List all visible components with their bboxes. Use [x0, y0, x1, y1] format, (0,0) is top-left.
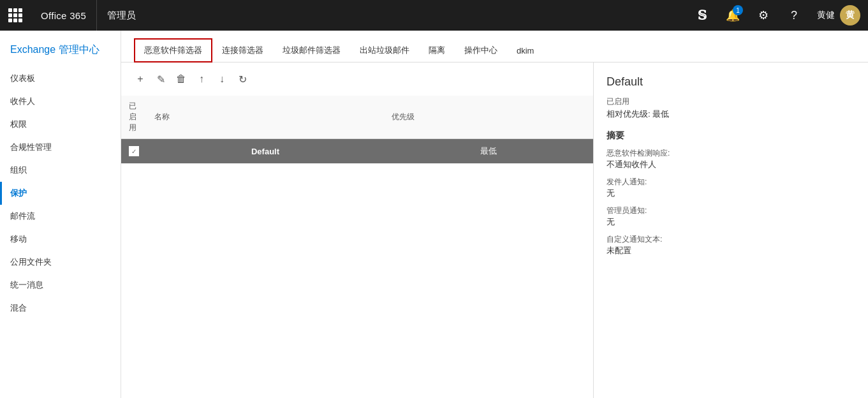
col-priority: 优先级: [384, 96, 593, 139]
tab-malware[interactable]: 恶意软件筛选器: [134, 38, 212, 63]
tab-outboundspam[interactable]: 出站垃圾邮件: [350, 39, 419, 62]
checkbox-checked-icon: ✓: [129, 146, 139, 156]
detail-summary-title: 摘要: [607, 130, 855, 142]
sidebar-item-publicfolders[interactable]: 公用文件夹: [0, 251, 121, 274]
user-name: 黄健: [817, 10, 835, 21]
skype-button[interactable]: 𝕊: [687, 0, 717, 31]
sidebar: Exchange 管理中心 仪表板 收件人 权限 合规性管理 组织 保护 邮件流…: [0, 31, 121, 398]
detail-custom-text-label: 自定义通知文本:: [607, 234, 855, 245]
waffle-menu-button[interactable]: [0, 0, 31, 31]
sidebar-item-protection[interactable]: 保护: [0, 182, 121, 205]
detail-malware-response: 恶意软件检测响应: 不通知收件人: [607, 148, 855, 170]
detail-admin-notify-value: 无: [607, 216, 855, 228]
user-menu[interactable]: 黄健 黄: [809, 0, 868, 31]
move-up-button[interactable]: ↑: [193, 70, 210, 88]
delete-button[interactable]: 🗑: [172, 70, 190, 88]
main-content: 恶意软件筛选器 连接筛选器 垃圾邮件筛选器 出站垃圾邮件 隔离 操作中心 dki…: [121, 31, 868, 398]
table-row[interactable]: ✓ Default 最低: [121, 139, 593, 164]
toolbar: + ✎ 🗑 ↑ ↓ ↻: [121, 63, 593, 96]
tab-spam[interactable]: 垃圾邮件筛选器: [273, 39, 350, 62]
help-button[interactable]: ?: [779, 0, 809, 31]
sidebar-item-compliance[interactable]: 合规性管理: [0, 136, 121, 159]
detail-title: Default: [607, 75, 855, 89]
row-name-cell: Default: [147, 139, 384, 164]
help-icon: ?: [791, 9, 797, 22]
edit-button[interactable]: ✎: [152, 70, 170, 88]
product-name: Office 365: [31, 0, 97, 31]
settings-button[interactable]: ⚙: [748, 0, 779, 31]
row-enabled-cell: ✓: [121, 139, 147, 164]
notification-count: 1: [733, 5, 743, 15]
user-avatar: 黄: [840, 5, 860, 26]
sidebar-item-dashboard[interactable]: 仪表板: [0, 67, 121, 90]
row-priority-cell: 最低: [384, 139, 593, 164]
detail-enabled-section: 已启用 相对优先级: 最低: [607, 96, 855, 120]
refresh-button[interactable]: ↻: [233, 70, 251, 88]
add-button[interactable]: +: [131, 70, 149, 88]
detail-sender-notify-label: 发件人通知:: [607, 177, 855, 188]
sidebar-page-title: Exchange 管理中心: [0, 36, 121, 67]
detail-enabled-label: 已启用: [607, 96, 855, 107]
detail-sender-notify-value: 无: [607, 188, 855, 199]
tab-actioncenter[interactable]: 操作中心: [455, 39, 507, 62]
tab-bar: 恶意软件筛选器 连接筛选器 垃圾邮件筛选器 出站垃圾邮件 隔离 操作中心 dki…: [121, 31, 868, 63]
col-enabled: 已启用: [121, 96, 147, 139]
detail-sender-notify: 发件人通知: 无: [607, 177, 855, 199]
sidebar-item-permissions[interactable]: 权限: [0, 113, 121, 136]
detail-priority-value: 相对优先级: 最低: [607, 108, 855, 120]
sidebar-item-mailflow[interactable]: 邮件流: [0, 205, 121, 228]
waffle-icon: [8, 8, 22, 22]
tab-quarantine[interactable]: 隔离: [419, 39, 455, 62]
tab-connection[interactable]: 连接筛选器: [212, 39, 273, 62]
detail-admin-notify-label: 管理员通知:: [607, 205, 855, 216]
topbar-icons: 𝕊 🔔 1 ⚙ ?: [687, 0, 809, 31]
sidebar-item-recipients[interactable]: 收件人: [0, 90, 121, 113]
page-container: Exchange 管理中心 仪表板 收件人 权限 合规性管理 组织 保护 邮件流…: [0, 31, 868, 398]
detail-malware-response-value: 不通知收件人: [607, 159, 855, 170]
skype-icon: 𝕊: [698, 8, 707, 23]
detail-custom-text-value: 未配置: [607, 245, 855, 256]
malware-table: 已启用 名称 优先级 ✓ Default 最低: [121, 96, 593, 164]
content-area: + ✎ 🗑 ↑ ↓ ↻ 已启用 名称 优先级: [121, 63, 868, 398]
table-header-row: 已启用 名称 优先级: [121, 96, 593, 139]
col-name: 名称: [147, 96, 384, 139]
detail-custom-text: 自定义通知文本: 未配置: [607, 234, 855, 256]
sidebar-item-hybrid[interactable]: 混合: [0, 297, 121, 320]
section-name: 管理员: [97, 10, 146, 22]
topbar: Office 365 管理员 𝕊 🔔 1 ⚙ ? 黄健 黄: [0, 0, 868, 31]
settings-icon: ⚙: [758, 8, 769, 22]
detail-malware-response-label: 恶意软件检测响应:: [607, 148, 855, 159]
sidebar-item-unified[interactable]: 统一消息: [0, 274, 121, 297]
sidebar-item-mobile[interactable]: 移动: [0, 228, 121, 251]
table-panel: + ✎ 🗑 ↑ ↓ ↻ 已启用 名称 优先级: [121, 63, 594, 398]
notifications-button[interactable]: 🔔 1: [717, 0, 748, 31]
detail-admin-notify: 管理员通知: 无: [607, 205, 855, 228]
sidebar-item-organization[interactable]: 组织: [0, 159, 121, 182]
tab-dkim[interactable]: dkim: [507, 40, 543, 61]
move-down-button[interactable]: ↓: [213, 70, 231, 88]
detail-panel: Default 已启用 相对优先级: 最低 摘要 恶意软件检测响应: 不通知收件…: [594, 63, 868, 398]
